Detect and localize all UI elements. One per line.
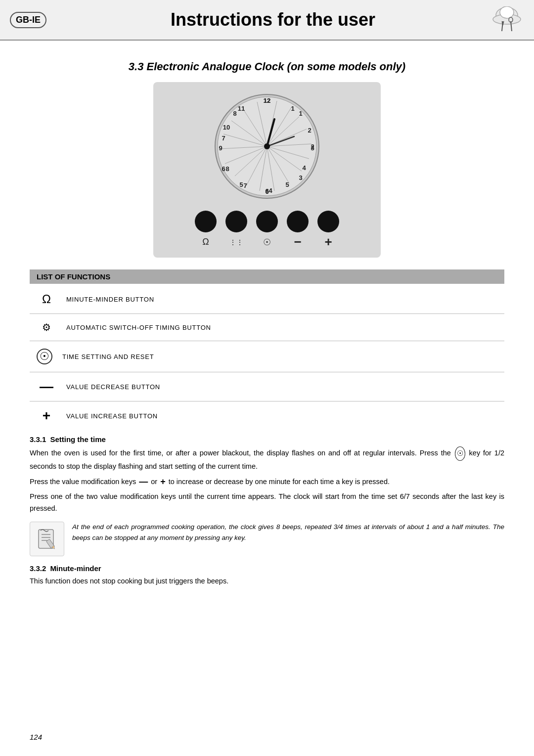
clock-icon-timer: ⋮⋮ (225, 238, 247, 246)
function-row-bell: Ω MINUTE-MINDER BUTTON (30, 289, 504, 310)
inline-plus-icon: + (160, 475, 166, 489)
logo-left: GB-IE (10, 12, 46, 28)
function-label-timer: AUTOMATIC SWITCH-OFF TIMING BUTTON (66, 324, 211, 331)
chef-icon (492, 6, 522, 34)
svg-text:1: 1 (291, 105, 294, 112)
clock-btn-3[interactable] (256, 211, 278, 232)
clock-icon-bell: Ω (195, 237, 217, 247)
increase-icon: + (37, 409, 56, 423)
clock-btn-4[interactable] (287, 211, 309, 232)
main-content: 3.3 Electronic Analogue Clock (on some m… (0, 41, 534, 602)
note-box: At the end of each programmed cooking op… (30, 522, 504, 556)
function-label-bell: MINUTE-MINDER BUTTON (66, 296, 154, 303)
clock-face: 12 1 2 3 4 5 6 7 8 6 12 1 2 3 4 5 (213, 92, 321, 201)
svg-text:4: 4 (302, 164, 306, 172)
clock-icon-clock: ☉ (256, 237, 278, 248)
svg-text:10: 10 (223, 124, 230, 131)
bell-icon: Ω (37, 292, 56, 306)
svg-text:5: 5 (239, 181, 243, 188)
clock-buttons-row (195, 211, 339, 232)
clock-box: 12 1 2 3 4 5 6 7 8 6 12 1 2 3 4 5 (153, 82, 381, 258)
function-row-time-set: ☉ TIME SETTING AND RESET (30, 345, 504, 368)
function-row-decrease: — VALUE DECREASE BUTTON (30, 376, 504, 397)
logo-right (490, 5, 524, 35)
clock-svg: 12 1 2 3 4 5 6 7 8 6 12 1 2 3 4 5 (213, 92, 321, 201)
inline-clock-icon-1: ☉ (455, 446, 465, 461)
subsection-331-para1: When the oven is used for the first time… (30, 446, 504, 473)
svg-text:8: 8 (233, 110, 236, 117)
section-title: 3.3 Electronic Analogue Clock (on some m… (30, 60, 504, 73)
note-icon (30, 522, 64, 556)
timer-icon: ⚙︎ (37, 321, 56, 333)
svg-text:3: 3 (299, 174, 302, 181)
svg-text:12: 12 (264, 97, 270, 104)
svg-text:4: 4 (268, 187, 272, 194)
subsection-332: 3.3.2Minute-minder This function does no… (30, 564, 504, 587)
decrease-icon: — (37, 380, 56, 394)
clock-btn-1[interactable] (195, 211, 217, 232)
clock-btn-5[interactable] (317, 211, 339, 232)
header: GB-IE Instructions for the user (0, 0, 534, 41)
subsection-332-text: This function does not stop cooking but … (30, 576, 504, 587)
functions-section: LIST OF FUNCTIONS Ω MINUTE-MINDER BUTTON… (30, 269, 504, 426)
function-row-timer: ⚙︎ AUTOMATIC SWITCH-OFF TIMING BUTTON (30, 318, 504, 337)
subsection-331-para2: Press the value modification keys — or +… (30, 475, 504, 489)
function-row-increase: + VALUE INCREASE BUTTON (30, 405, 504, 426)
svg-text:11: 11 (238, 105, 245, 112)
svg-text:1: 1 (299, 110, 302, 117)
svg-text:6: 6 (222, 165, 225, 173)
subsection-331-para3: Press one of the two value modification … (30, 491, 504, 515)
clock-icons-row: Ω ⋮⋮ ☉ − + (195, 234, 339, 250)
clock-diagram: 12 1 2 3 4 5 6 7 8 6 12 1 2 3 4 5 (30, 82, 504, 258)
clock-icon-minus: − (287, 234, 309, 250)
svg-point-52 (264, 143, 270, 149)
function-label-time-set: TIME SETTING AND RESET (62, 353, 154, 360)
function-label-decrease: VALUE DECREASE BUTTON (66, 383, 160, 391)
functions-header: LIST OF FUNCTIONS (30, 269, 504, 284)
subsection-331-title: 3.3.1Setting the time (30, 435, 504, 444)
clock-btn-2[interactable] (225, 211, 247, 232)
time-set-icon: ☉ (37, 349, 52, 364)
svg-point-2 (500, 6, 514, 18)
subsection-331-label: Setting the time (50, 435, 106, 444)
subsection-332-title: 3.3.2Minute-minder (30, 564, 504, 573)
function-label-increase: VALUE INCREASE BUTTON (66, 412, 158, 420)
subsection-331-number: 3.3.1 (30, 435, 46, 444)
svg-text:7: 7 (222, 134, 225, 142)
notepad-icon (34, 526, 61, 553)
page-number: 124 (30, 733, 42, 741)
subsection-331: 3.3.1Setting the time When the oven is u… (30, 435, 504, 515)
subsection-332-number: 3.3.2 (30, 564, 46, 573)
clock-icon-plus: + (317, 234, 339, 250)
svg-text:3: 3 (311, 144, 314, 152)
svg-text:6: 6 (265, 188, 268, 195)
note-text: At the end of each programmed cooking op… (72, 522, 504, 543)
svg-text:8: 8 (225, 165, 229, 173)
inline-minus-icon: — (139, 475, 148, 489)
page-title: Instructions for the user (56, 9, 490, 30)
svg-text:2: 2 (308, 127, 311, 134)
subsection-332-label: Minute-minder (50, 564, 101, 573)
svg-text:9: 9 (219, 144, 222, 152)
